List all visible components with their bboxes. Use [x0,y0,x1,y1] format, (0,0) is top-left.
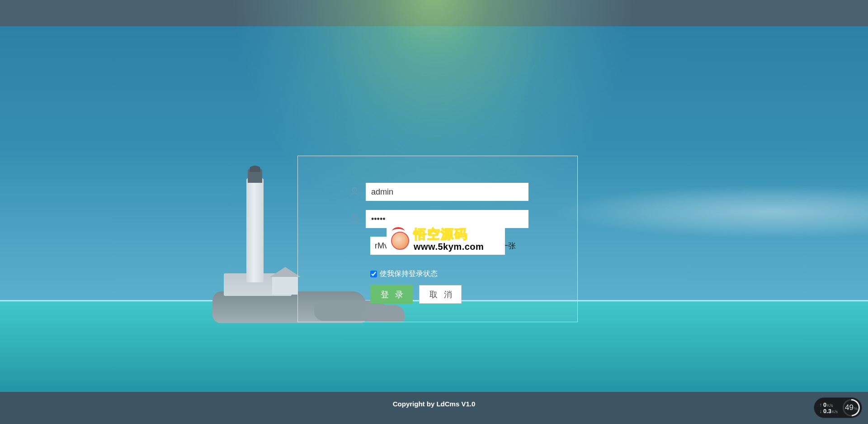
remember-me-label[interactable]: 使我保持登录状态 [370,269,438,279]
remember-me-checkbox[interactable] [370,271,377,277]
svg-point-0 [352,188,356,192]
clouds-bg [552,185,868,239]
user-icon [343,186,366,198]
cpu-gauge: 49 % [843,399,860,416]
login-panel: 不清，换一张 悟空源码 www.5kym.com 使我保持登录状态 登录 取消 [297,156,578,322]
cpu-percent-value: 49 [845,400,854,415]
top-bar [0,0,868,26]
cancel-button[interactable]: 取消 [419,285,462,304]
copyright-text: Copyright by LdCms V1.0 [393,400,476,408]
footer: Copyright by LdCms V1.0 [0,392,868,424]
upload-speed: ↑ 0 K/s [819,402,838,408]
watermark-overlay: 悟空源码 www.5kym.com [387,225,505,255]
username-input[interactable] [366,183,528,201]
network-widget[interactable]: ↑ 0 K/s ↓ 0.3 K/s 49 % [814,397,862,418]
upload-arrow-icon: ↑ [819,402,822,408]
main-background: 不清，换一张 悟空源码 www.5kym.com 使我保持登录状态 登录 取消 [0,26,868,392]
svg-rect-1 [351,219,358,223]
remember-me-text: 使我保持登录状态 [380,269,438,279]
monkey-icon [389,230,411,252]
watermark-brand: 悟空源码 [414,228,484,241]
watermark-url: www.5kym.com [414,242,484,252]
download-arrow-icon: ↓ [819,409,822,414]
login-button[interactable]: 登录 [370,285,413,304]
lock-icon [343,214,366,224]
download-speed: ↓ 0.3 K/s [819,408,838,414]
